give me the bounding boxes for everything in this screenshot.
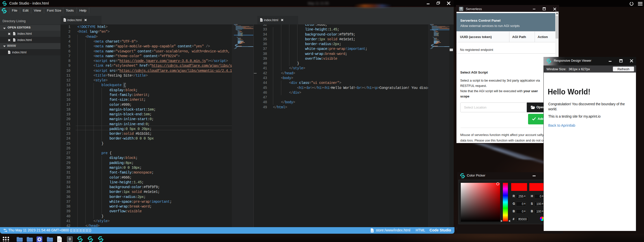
svg-text:w: w (371, 230, 373, 232)
